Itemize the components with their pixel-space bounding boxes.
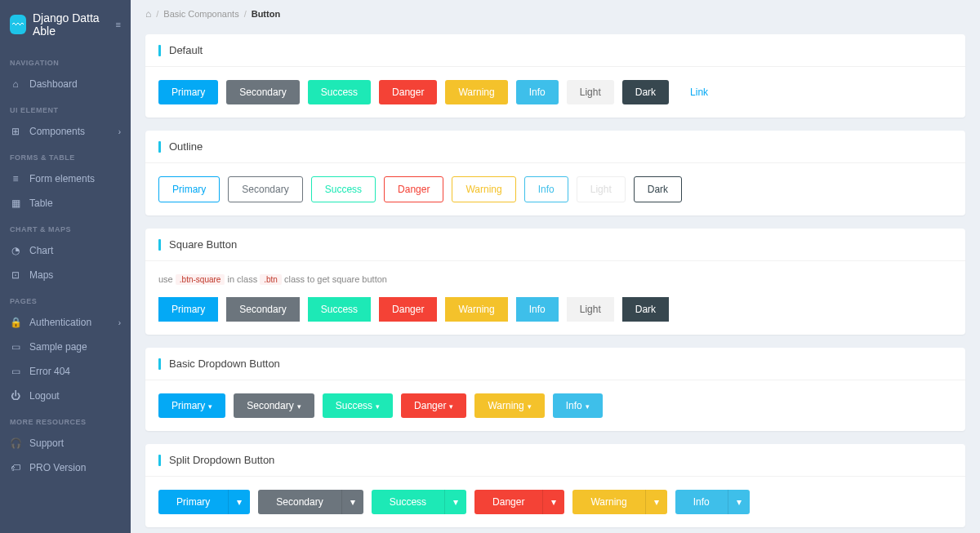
danger-split-toggle[interactable]: ▾ xyxy=(542,490,564,514)
sidebar-item-pro-version[interactable]: 🏷PRO Version xyxy=(0,455,131,480)
nav-icon: ▭ xyxy=(10,366,21,377)
nav-icon: ⏻ xyxy=(10,390,21,402)
card-outline: Outline PrimarySecondarySuccessDangerWar… xyxy=(145,131,965,215)
sidebar-section-header: MORE RESOURCES xyxy=(0,408,131,431)
danger-split-button[interactable]: Danger xyxy=(474,490,542,514)
success-split-button[interactable]: Success xyxy=(372,490,444,514)
secondary-split-button[interactable]: Secondary xyxy=(258,490,341,514)
brand-row[interactable]: 〰 Django Datta Able ≡ xyxy=(0,0,131,49)
nav-icon: ⌂ xyxy=(10,78,21,90)
sidebar-item-logout[interactable]: ⏻Logout xyxy=(0,384,131,408)
card-title: Square Button xyxy=(169,238,237,251)
info-square-button[interactable]: Info xyxy=(516,297,559,322)
sidebar-item-table[interactable]: ▦Table xyxy=(0,191,131,215)
nav-icon: 🎧 xyxy=(10,438,21,449)
primary-split-button[interactable]: Primary xyxy=(158,490,228,514)
secondary-square-button[interactable]: Secondary xyxy=(226,297,299,322)
sidebar-item-authentication[interactable]: 🔒Authentication› xyxy=(0,310,131,335)
danger-dropdown-button[interactable]: Danger▾ xyxy=(401,393,466,418)
info-outline-button[interactable]: Info xyxy=(524,176,568,202)
nav-icon: ⊡ xyxy=(10,269,21,281)
success-button[interactable]: Success xyxy=(308,80,371,104)
caret-down-icon: ▾ xyxy=(528,402,532,411)
nav-label: Logout xyxy=(29,390,60,402)
warning-dropdown-button[interactable]: Warning▾ xyxy=(474,393,544,418)
nav-label: Chart xyxy=(29,245,53,256)
card-split: Split Dropdown Button Primary▾Secondary▾… xyxy=(145,444,965,527)
card-title: Split Dropdown Button xyxy=(169,454,274,466)
light-outline-button[interactable]: Light xyxy=(577,176,626,202)
sidebar: 〰 Django Datta Able ≡ NAVIGATION⌂Dashboa… xyxy=(0,0,131,533)
danger-split-group: Danger▾ xyxy=(474,490,564,514)
danger-outline-button[interactable]: Danger xyxy=(384,176,443,202)
square-helper-text: use .btn-square in class .btn class to g… xyxy=(158,274,947,284)
caret-down-icon: ▾ xyxy=(376,402,380,411)
sidebar-section-header: FORMS & TABLE xyxy=(0,144,131,167)
nav-icon: ◔ xyxy=(10,245,21,256)
info-split-button[interactable]: Info xyxy=(675,490,728,514)
primary-dropdown-button[interactable]: Primary▾ xyxy=(158,393,225,418)
success-outline-button[interactable]: Success xyxy=(311,176,376,202)
sidebar-item-chart[interactable]: ◔Chart xyxy=(0,238,131,263)
sidebar-item-dashboard[interactable]: ⌂Dashboard xyxy=(0,72,131,96)
breadcrumb-current: Button xyxy=(252,9,280,19)
caret-down-icon: ▾ xyxy=(449,402,453,411)
danger-square-button[interactable]: Danger xyxy=(379,297,437,322)
nav-label: Table xyxy=(29,198,53,209)
chevron-right-icon: › xyxy=(118,318,121,327)
chevron-right-icon: › xyxy=(118,127,121,136)
primary-button[interactable]: Primary xyxy=(158,80,218,104)
warning-square-button[interactable]: Warning xyxy=(445,297,507,322)
nav-label: Maps xyxy=(29,269,53,281)
sidebar-item-form-elements[interactable]: ≡Form elements xyxy=(0,167,131,191)
warning-split-button[interactable]: Warning xyxy=(572,490,644,514)
nav-label: Authentication xyxy=(29,317,91,328)
card-title: Default xyxy=(169,44,203,56)
sidebar-item-error-404[interactable]: ▭Error 404 xyxy=(0,359,131,384)
warning-outline-button[interactable]: Warning xyxy=(452,176,515,202)
sidebar-section-header: CHART & MAPS xyxy=(0,215,131,238)
menu-toggle-icon[interactable]: ≡ xyxy=(116,20,121,29)
secondary-dropdown-button[interactable]: Secondary▾ xyxy=(234,393,314,418)
sidebar-section-header: NAVIGATION xyxy=(0,49,131,72)
primary-split-toggle[interactable]: ▾ xyxy=(228,490,250,514)
warning-button[interactable]: Warning xyxy=(445,80,507,104)
nav-icon: ▭ xyxy=(10,341,21,353)
nav-label: Support xyxy=(29,438,64,449)
info-split-group: Info▾ xyxy=(675,490,750,514)
light-square-button[interactable]: Light xyxy=(567,297,614,322)
warning-split-toggle[interactable]: ▾ xyxy=(645,490,667,514)
info-split-toggle[interactable]: ▾ xyxy=(728,490,750,514)
nav-label: Components xyxy=(29,126,85,137)
info-button[interactable]: Info xyxy=(516,80,559,104)
nav-icon: ▦ xyxy=(10,198,21,209)
secondary-outline-button[interactable]: Secondary xyxy=(228,176,302,202)
caret-down-icon: ▾ xyxy=(208,402,212,411)
sidebar-section-header: UI ELEMENT xyxy=(0,96,131,119)
secondary-split-toggle[interactable]: ▾ xyxy=(341,490,363,514)
caret-down-icon: ▾ xyxy=(297,402,301,411)
dark-outline-button[interactable]: Dark xyxy=(634,176,682,202)
nav-label: Dashboard xyxy=(29,78,78,90)
sidebar-item-maps[interactable]: ⊡Maps xyxy=(0,263,131,287)
sidebar-item-sample-page[interactable]: ▭Sample page xyxy=(0,335,131,359)
brand-icon: 〰 xyxy=(10,15,26,34)
dark-square-button[interactable]: Dark xyxy=(622,297,669,322)
success-dropdown-button[interactable]: Success▾ xyxy=(323,393,393,418)
light-button[interactable]: Light xyxy=(567,80,614,104)
sidebar-item-support[interactable]: 🎧Support xyxy=(0,431,131,455)
sidebar-item-components[interactable]: ⊞Components› xyxy=(0,119,131,144)
danger-button[interactable]: Danger xyxy=(379,80,437,104)
secondary-button[interactable]: Secondary xyxy=(226,80,299,104)
breadcrumb-level-1[interactable]: Basic Componants xyxy=(163,9,238,19)
warning-split-group: Warning▾ xyxy=(572,490,666,514)
link-button[interactable]: Link xyxy=(677,80,721,104)
caret-down-icon: ▾ xyxy=(586,402,590,411)
success-split-toggle[interactable]: ▾ xyxy=(444,490,466,514)
success-square-button[interactable]: Success xyxy=(308,297,371,322)
home-icon[interactable]: ⌂ xyxy=(145,8,151,20)
primary-square-button[interactable]: Primary xyxy=(158,297,218,322)
primary-outline-button[interactable]: Primary xyxy=(158,176,220,202)
dark-button[interactable]: Dark xyxy=(622,80,669,104)
info-dropdown-button[interactable]: Info▾ xyxy=(553,393,603,418)
